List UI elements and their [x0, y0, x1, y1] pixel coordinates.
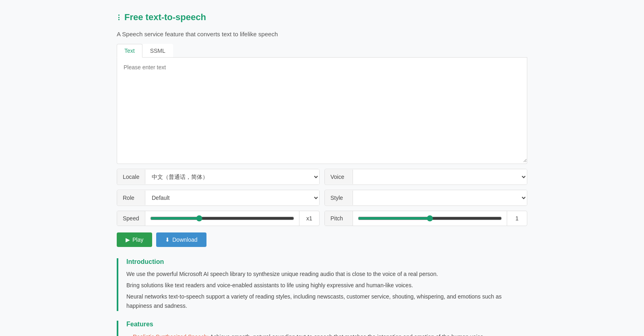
style-label: Style — [325, 191, 353, 205]
pitch-slider[interactable] — [358, 215, 502, 222]
tab-ssml[interactable]: SSML — [142, 44, 173, 57]
button-row: ▶ Play ⬇ Download — [117, 232, 527, 247]
page-subtitle: A Speech service feature that converts t… — [117, 31, 527, 37]
speed-group: Speed x1 — [117, 211, 320, 226]
style-select[interactable] — [353, 190, 527, 205]
feature-text-1: Achieve smooth, natural-sounding text-to… — [208, 334, 485, 336]
style-group: Style — [324, 190, 527, 206]
role-style-row: Role Default Style — [117, 190, 527, 206]
list-item: Realistic Synthesized Speech: Achieve sm… — [133, 333, 527, 336]
voice-group: Voice — [324, 169, 527, 185]
voice-select[interactable] — [353, 169, 527, 185]
speed-pitch-row: Speed x1 Pitch 1 — [117, 211, 527, 226]
app-title: Free text-to-speech — [124, 12, 206, 23]
pitch-value: 1 — [507, 211, 527, 226]
intro-line-1: We use the powerful Microsoft AI speech … — [126, 270, 527, 279]
audio-icon: ⫶ — [117, 12, 121, 23]
role-label: Role — [117, 191, 145, 205]
role-select[interactable]: Default — [145, 190, 319, 205]
locale-select[interactable]: 中文（普通话，简体） — [145, 169, 319, 185]
introduction-title: Introduction — [126, 258, 527, 265]
app-header: ⫶ Free text-to-speech — [117, 12, 527, 23]
role-group: Role Default — [117, 190, 320, 206]
play-label: Play — [132, 236, 143, 243]
pitch-label: Pitch — [325, 211, 353, 226]
introduction-section: Introduction We use the powerful Microso… — [117, 258, 527, 311]
download-icon: ⬇ — [165, 236, 170, 243]
locale-label: Locale — [117, 170, 145, 184]
play-button[interactable]: ▶ Play — [117, 232, 152, 247]
speed-label: Speed — [117, 211, 145, 226]
tab-text[interactable]: Text — [117, 44, 142, 58]
speed-slider[interactable] — [150, 215, 294, 222]
feature-list: Realistic Synthesized Speech: Achieve sm… — [126, 333, 527, 336]
locale-voice-row: Locale 中文（普通话，简体） Voice — [117, 169, 527, 185]
intro-line-3: Neural networks text-to-speech support a… — [126, 292, 527, 311]
pitch-group: Pitch 1 — [324, 211, 527, 226]
tab-bar: Text SSML — [117, 44, 527, 58]
play-icon: ▶ — [126, 236, 130, 243]
text-area-container — [117, 58, 527, 164]
download-label: Download — [172, 236, 197, 243]
features-section: Features Realistic Synthesized Speech: A… — [117, 321, 527, 336]
voice-label: Voice — [325, 170, 353, 184]
feature-highlight-1: Realistic Synthesized Speech: — [133, 334, 208, 336]
text-input[interactable] — [117, 58, 527, 162]
speed-value: x1 — [299, 211, 319, 226]
features-title: Features — [126, 321, 527, 328]
locale-group: Locale 中文（普通话，简体） — [117, 169, 320, 185]
intro-line-2: Bring solutions like text readers and vo… — [126, 281, 527, 290]
download-button[interactable]: ⬇ Download — [156, 232, 206, 247]
